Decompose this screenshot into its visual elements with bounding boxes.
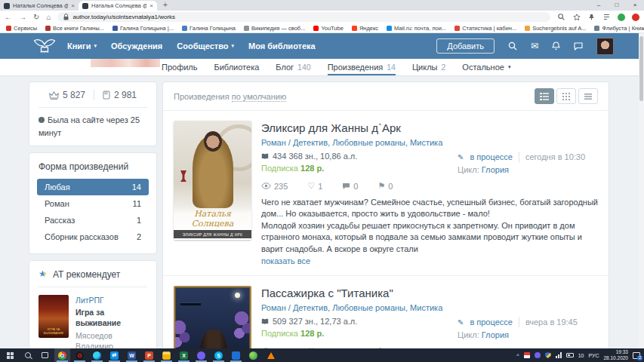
taskbar-edge[interactable]	[89, 348, 105, 362]
filter-option-novel[interactable]: Роман11	[37, 195, 149, 212]
browser-update-icon[interactable]	[632, 14, 639, 21]
zoom-icon[interactable]	[557, 13, 565, 21]
taskbar-photos[interactable]	[228, 348, 244, 362]
network-icon[interactable]	[556, 352, 562, 358]
bookmark-item[interactable]: Все книги Галины...	[45, 25, 104, 32]
book-cover[interactable]: Наталья Солнцева Пассажирка с "Титаника"	[174, 286, 251, 348]
menu-discussions[interactable]: Обсуждения	[111, 41, 162, 51]
bookmark-item[interactable]: Википедия — своб...	[244, 25, 305, 32]
filter-option-any[interactable]: Любая14	[37, 179, 149, 195]
recommend-book-title[interactable]: Игра за выживание	[75, 307, 147, 328]
profile-avatar-icon[interactable]	[618, 14, 625, 21]
back-icon[interactable]: ←	[5, 14, 12, 21]
taskbar-explorer[interactable]	[159, 348, 174, 362]
browser-tab-2[interactable]: Наталья Солнцева @solntsevn ×	[79, 1, 157, 11]
show-all-link[interactable]: показать все	[261, 256, 310, 267]
tray-app-icon[interactable]	[524, 352, 530, 358]
forward-icon[interactable]: →	[19, 14, 26, 21]
taskbar-powerpoint[interactable]: P	[141, 348, 157, 362]
menu-books[interactable]: Книги▾	[67, 41, 97, 51]
comments-stat[interactable]: 0	[342, 182, 358, 191]
recommend-cover[interactable]: ИГРА ЗА ВЫЖИВАНИЕ	[39, 295, 69, 338]
tab-blog[interactable]: Блог140	[276, 59, 310, 75]
taskbar-vlc[interactable]	[263, 348, 279, 362]
book-status[interactable]: в процессе	[470, 318, 513, 327]
book-cover[interactable]: Наталья Солнцева ЭЛИКСИР ДЛЯ ЖАННЫ Д`АРК	[174, 121, 251, 240]
cycle-link[interactable]: Глория	[482, 165, 509, 174]
close-button[interactable]: ×	[626, 0, 644, 10]
book-title[interactable]: Пассажирка с "Титаника"	[261, 287, 598, 299]
cycle-link[interactable]: Глория	[482, 330, 509, 339]
add-button[interactable]: Добавить	[436, 38, 495, 54]
task-view-button[interactable]	[37, 348, 53, 362]
reading-list-icon[interactable]	[602, 13, 611, 21]
maximize-button[interactable]: □	[608, 0, 626, 10]
site-logo-icon[interactable]	[33, 37, 56, 56]
taskbar-opera[interactable]: O	[72, 348, 88, 362]
book-title[interactable]: Эликсир для Жанны д`Арк	[261, 121, 598, 134]
page-scrollbar[interactable]	[639, 33, 644, 348]
bell-icon[interactable]	[552, 41, 560, 51]
tab-other[interactable]: Остальное▾	[462, 59, 510, 75]
chat-icon[interactable]	[574, 42, 583, 51]
tab-profile[interactable]: Профиль	[162, 59, 198, 75]
clock[interactable]: 19:33 28.10.2020	[603, 349, 628, 361]
bookmark-item[interactable]: Mail.ru: почта, пои...	[387, 25, 446, 32]
new-tab-button[interactable]: +	[163, 1, 168, 11]
tab-close-icon[interactable]: ×	[149, 2, 153, 9]
recommend-genre-link[interactable]: ЛитРПГ	[75, 295, 147, 305]
language-indicator[interactable]: РУС	[588, 353, 599, 358]
filter-option-collection[interactable]: Сборник рассказов2	[37, 229, 149, 245]
menu-community[interactable]: Сообщество▾	[177, 41, 234, 51]
menu-my-library[interactable]: Моя библиотека	[248, 41, 316, 51]
recommend-author[interactable]: Мясоедов Владимир Михайлович	[75, 330, 147, 348]
action-center-icon[interactable]: 2	[633, 352, 640, 359]
likes-stat[interactable]: ♡1	[307, 181, 322, 191]
book-genres[interactable]: Роман / Детектив, Любовные романы, Мисти…	[261, 303, 598, 312]
tray-security-icon[interactable]	[545, 352, 551, 358]
start-button[interactable]	[2, 348, 18, 362]
browser-tab-1[interactable]: Наталья Солнцева @solntsevn ×	[0, 1, 79, 11]
battery-icon[interactable]	[566, 353, 574, 357]
tab-cycles[interactable]: Циклы2	[412, 59, 445, 75]
taskbar-excel[interactable]: X	[176, 348, 192, 362]
bookmark-item[interactable]: Галина Голицына |...	[112, 25, 174, 32]
view-grid-button[interactable]	[556, 88, 576, 104]
bookmark-star-icon[interactable]	[572, 13, 581, 21]
bookmark-item[interactable]: Флибуста | Книжно...	[594, 25, 644, 32]
bookmark-item[interactable]: Галина Голицына	[182, 25, 236, 32]
user-avatar[interactable]	[596, 38, 614, 55]
awards-stat[interactable]: ⚑0	[377, 181, 393, 191]
mail-icon[interactable]: ✉	[531, 41, 538, 51]
bookmark-item[interactable]: Статистика | кабин...	[454, 25, 516, 32]
bookmark-item[interactable]: Suchergebnis auf A...	[525, 25, 586, 32]
tab-library[interactable]: Библиотека	[214, 59, 260, 75]
tab-close-icon[interactable]: ×	[71, 2, 75, 9]
filter-option-story[interactable]: Рассказ1	[37, 212, 149, 229]
taskbar-viber[interactable]	[193, 348, 209, 362]
taskbar-chrome[interactable]	[54, 348, 70, 362]
taskbar-teamviewer[interactable]: ⇄	[106, 348, 122, 362]
address-bar[interactable]: author.today/u/solntsevnatalya1/works	[57, 12, 550, 22]
book-status[interactable]: в процессе	[470, 152, 513, 161]
scrollbar-thumb[interactable]	[639, 36, 643, 101]
tray-expand-icon[interactable]: ^	[516, 353, 519, 358]
minimize-button[interactable]: –	[590, 0, 608, 10]
bookmark-item[interactable]: YouTube	[313, 25, 343, 32]
recommend-item[interactable]: ИГРА ЗА ВЫЖИВАНИЕ ЛитРПГ Игра за выживан…	[39, 295, 147, 348]
view-compact-button[interactable]	[578, 88, 598, 104]
tray-viber-icon[interactable]	[535, 352, 541, 358]
taskbar-skype[interactable]: S	[211, 348, 226, 362]
works-sort-selector[interactable]: по умолчанию	[232, 92, 286, 102]
book-genres[interactable]: Роман / Детектив, Любовные романы, Мисти…	[261, 138, 598, 147]
bookmark-item[interactable]: Яндекс	[352, 25, 378, 32]
extension-pin-icon[interactable]	[587, 13, 596, 21]
home-icon[interactable]: ⌂	[46, 14, 51, 21]
search-icon[interactable]	[508, 41, 517, 51]
view-list-button[interactable]	[535, 88, 554, 104]
taskbar-app-green[interactable]	[245, 348, 261, 362]
reload-icon[interactable]: ↻	[33, 14, 39, 21]
taskbar-word[interactable]: W	[124, 348, 140, 362]
tray-counter[interactable]: 10	[578, 353, 584, 358]
tab-works[interactable]: Произведения14	[328, 59, 396, 75]
